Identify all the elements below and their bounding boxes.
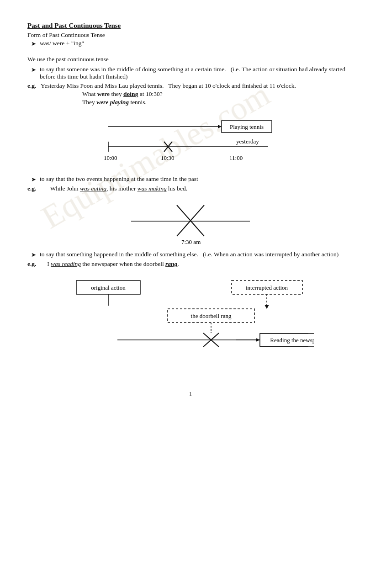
svg-marker-30 <box>256 338 260 342</box>
bullet-2: ➤ to say that the two events happening a… <box>31 175 354 183</box>
eg2-block: e.g. While John was eating, his mother w… <box>27 185 354 192</box>
diagram-3-svg: original action interrupted action the d… <box>67 271 314 372</box>
bullet-1: ➤ to say that someone was in the middle … <box>31 66 354 80</box>
svg-text:interrupted action: interrupted action <box>246 284 288 291</box>
page-number: 1 <box>27 390 354 397</box>
svg-text:yesterday: yesterday <box>236 138 259 145</box>
svg-text:11:00: 11:00 <box>229 154 243 161</box>
intro-text: We use the past continuous tense <box>27 56 109 63</box>
eg1-question: What were they doing at 10:30? <box>82 90 354 98</box>
diagram-3: original action interrupted action the d… <box>67 271 314 372</box>
svg-text:10:30: 10:30 <box>161 154 175 161</box>
svg-text:the doorbell rang: the doorbell rang <box>191 313 232 319</box>
svg-marker-22 <box>265 305 269 309</box>
formula-item: ➤ was/ were + "ing" <box>31 40 354 48</box>
eg1-answer: They were playing tennis. <box>82 99 354 106</box>
svg-text:Playing tennis: Playing tennis <box>230 123 264 130</box>
formula-text: was/ were + "ing" <box>40 40 84 47</box>
arrow-icon: ➤ <box>31 40 36 48</box>
eg1-block: e.g. Yesterday Miss Poon and Miss Lau pl… <box>27 82 354 90</box>
svg-text:original action: original action <box>91 284 126 291</box>
svg-marker-1 <box>218 125 222 128</box>
arrow-icon-2: ➤ <box>31 176 36 183</box>
svg-text:10:00: 10:00 <box>104 154 117 161</box>
eg1-label: e.g. <box>27 82 37 89</box>
bullet-3-text: to say that something happened in the mi… <box>40 251 339 258</box>
page-title: Past and Past Continuous Tense <box>27 22 121 30</box>
svg-text:7:30 am: 7:30 am <box>181 238 201 245</box>
bullet-3: ➤ to say that something happened in the … <box>31 251 354 259</box>
diagram-1: Playing tennis yesterday 10:00 10:30 11:… <box>81 111 300 170</box>
arrow-icon-3: ➤ <box>31 251 36 259</box>
diagram-2: 7:30 am <box>117 196 264 246</box>
form-label: Form of Past Continuous Tense <box>27 32 354 39</box>
eg3-block: e.g. I was reading the newspaper when th… <box>27 260 354 268</box>
eg2-label: e.g. <box>27 185 37 192</box>
eg1-text: Yesterday Miss Poon and Miss Lau played … <box>38 82 296 89</box>
eg3-label: e.g. <box>27 260 37 267</box>
bullet-1-text: to say that someone was in the middle of… <box>40 66 354 80</box>
bullet-2-text: to say that the two events happening at … <box>40 175 198 183</box>
eg2-text: While John was eating, his mother was ma… <box>38 185 187 192</box>
eg3-text: I was reading the newspaper when the doo… <box>38 260 179 267</box>
diagram-2-svg: 7:30 am <box>117 196 264 246</box>
svg-text:Reading the newspaper: Reading the newspaper <box>270 337 314 344</box>
diagram-1-svg: Playing tennis yesterday 10:00 10:30 11:… <box>81 111 300 170</box>
arrow-icon-1: ➤ <box>31 66 36 74</box>
